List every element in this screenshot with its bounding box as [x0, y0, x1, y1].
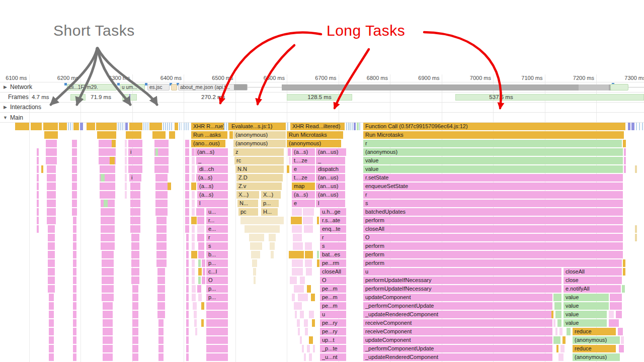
flame-fragment[interactable]: [130, 217, 140, 224]
flame-fragment[interactable]: [100, 165, 115, 173]
flame-fragment[interactable]: [125, 148, 127, 156]
flame-fragment[interactable]: [553, 319, 555, 327]
flame-fragment[interactable]: [73, 353, 76, 361]
flame-fragment[interactable]: [49, 336, 54, 344]
flame-fragment[interactable]: [72, 200, 77, 207]
flame-bar[interactable]: batchedUpdates: [363, 208, 623, 216]
flame-fragment[interactable]: [73, 277, 76, 284]
flame-fragment[interactable]: [624, 148, 626, 156]
flame-fragment[interactable]: [305, 251, 313, 258]
flame-fragment[interactable]: [132, 319, 138, 327]
flame-fragment[interactable]: [185, 217, 189, 224]
flame-fragment[interactable]: [131, 268, 139, 276]
flame-bar[interactable]: _p...te: [320, 345, 346, 352]
flame-fragment[interactable]: [560, 345, 565, 352]
flame-fragment[interactable]: [642, 123, 644, 130]
flame-fragment[interactable]: [298, 294, 308, 301]
flame-fragment[interactable]: [175, 123, 178, 130]
flame-fragment[interactable]: [292, 259, 303, 267]
flame-fragment[interactable]: [300, 336, 302, 344]
flame-fragment[interactable]: [317, 251, 319, 258]
flame-fragment[interactable]: [193, 302, 197, 310]
flame-fragment[interactable]: [156, 242, 167, 250]
flame-bar[interactable]: _performComponentUpdate: [363, 345, 552, 352]
flame-fragment[interactable]: [289, 157, 291, 164]
flame-fragment[interactable]: [101, 234, 115, 241]
flame-fragment[interactable]: [185, 191, 189, 199]
flame-fragment[interactable]: [47, 191, 56, 199]
flame-bar[interactable]: _: [316, 157, 345, 164]
flame-fragment[interactable]: [155, 191, 168, 199]
flame-fragment[interactable]: [567, 328, 571, 335]
flame-fragment[interactable]: [143, 123, 148, 130]
flame-fragment[interactable]: [184, 123, 189, 130]
flame-fragment[interactable]: [206, 302, 228, 310]
flame-fragment[interactable]: [554, 302, 561, 310]
flame-fragment[interactable]: [624, 157, 626, 164]
flame-bar[interactable]: value: [363, 165, 623, 173]
flame-bar[interactable]: N...: [237, 200, 258, 207]
flame-fragment[interactable]: [31, 123, 42, 130]
flame-fragment[interactable]: [292, 268, 303, 276]
disclosure-triangle-expanded-icon[interactable]: ▼: [3, 115, 8, 120]
flame-bar[interactable]: O: [320, 277, 346, 284]
flame-fragment[interactable]: [185, 200, 189, 207]
flame-fragment[interactable]: [610, 302, 622, 310]
flame-fragment[interactable]: [298, 328, 300, 335]
flame-bar[interactable]: p...: [206, 259, 228, 267]
flame-fragment[interactable]: [198, 242, 204, 250]
flame-fragment[interactable]: [80, 123, 83, 130]
network-request-chip[interactable]: es.jsc: [147, 84, 170, 90]
flame-fragment[interactable]: [312, 319, 315, 327]
flame-fragment[interactable]: [194, 319, 197, 327]
flame-fragment[interactable]: [155, 183, 168, 190]
flame-fragment[interactable]: [132, 328, 138, 335]
flame-bar[interactable]: (a...s): [197, 183, 228, 190]
flame-bar[interactable]: r: [363, 140, 622, 147]
flame-bar[interactable]: (anonymous): [287, 140, 341, 147]
flame-bar[interactable]: r.setState: [363, 174, 623, 182]
flame-fragment[interactable]: [305, 259, 312, 267]
flame-bar[interactable]: (an...us): [316, 183, 345, 190]
flame-fragment[interactable]: [125, 165, 127, 173]
flame-bar[interactable]: l: [197, 200, 228, 207]
flame-fragment[interactable]: [198, 251, 204, 258]
flame-fragment[interactable]: [15, 123, 29, 130]
flame-bar[interactable]: (a...s): [197, 191, 228, 199]
flame-fragment[interactable]: [186, 268, 189, 276]
flame-fragment[interactable]: [621, 336, 624, 344]
flame-fragment[interactable]: [126, 131, 141, 139]
flame-bar[interactable]: value: [564, 302, 609, 310]
flame-fragment[interactable]: [157, 277, 165, 284]
network-request-chip[interactable]: cli...1FTm29.: [67, 84, 117, 90]
flame-bar[interactable]: value: [363, 157, 623, 164]
flame-bar[interactable]: _performComponentUpdate: [363, 302, 552, 310]
flame-fragment[interactable]: [130, 208, 140, 216]
flame-fragment[interactable]: [49, 294, 54, 301]
flame-fragment[interactable]: [206, 311, 228, 318]
flame-fragment[interactable]: [97, 131, 116, 139]
flame-fragment[interactable]: [72, 174, 77, 182]
flame-fragment[interactable]: [197, 225, 204, 233]
flame-fragment[interactable]: [49, 345, 54, 352]
flame-fragment[interactable]: [73, 311, 76, 318]
flame-bar[interactable]: di...ch: [197, 165, 228, 173]
flame-fragment[interactable]: [49, 311, 54, 318]
flame-fragment[interactable]: [104, 200, 108, 207]
flame-fragment[interactable]: [249, 234, 264, 241]
flame-fragment[interactable]: [270, 242, 275, 250]
flame-fragment[interactable]: [191, 251, 197, 258]
flame-fragment[interactable]: [618, 328, 623, 335]
flame-fragment[interactable]: [37, 183, 39, 190]
flame-fragment[interactable]: [154, 140, 169, 147]
flame-fragment[interactable]: [191, 183, 196, 190]
flame-fragment[interactable]: [224, 123, 228, 130]
flame-bar[interactable]: s: [206, 242, 228, 250]
flame-fragment[interactable]: [198, 294, 202, 301]
flame-fragment[interactable]: [195, 328, 197, 335]
flame-bar[interactable]: r: [320, 234, 346, 241]
flame-bar[interactable]: perform: [363, 242, 623, 250]
flame-fragment[interactable]: [72, 165, 77, 173]
flame-fragment[interactable]: [130, 225, 140, 233]
flame-fragment[interactable]: [103, 319, 113, 327]
